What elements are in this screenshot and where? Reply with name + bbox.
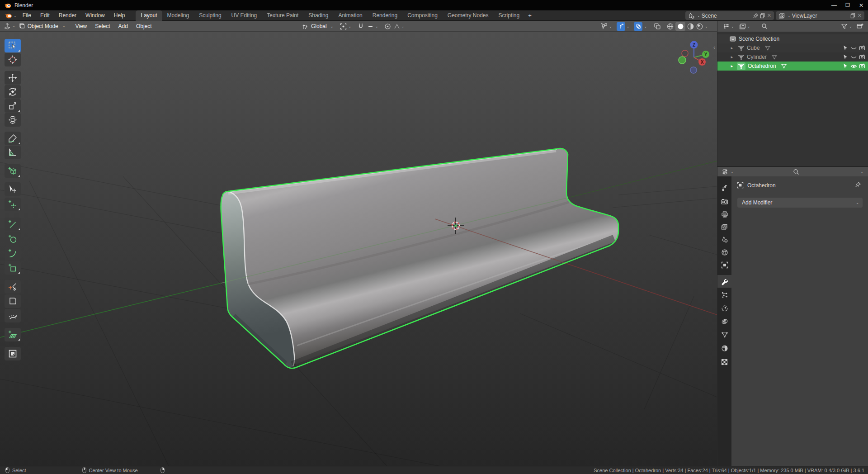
outliner-filter-view-icon[interactable] <box>739 23 746 30</box>
blender-menu-icon[interactable] <box>5 12 12 19</box>
tool-knife[interactable] <box>5 280 21 294</box>
add-workspace-button[interactable]: + <box>524 10 535 21</box>
tool-tweak[interactable] <box>5 182 21 196</box>
tab-output[interactable] <box>717 208 731 221</box>
outliner-row-cylinder[interactable]: ► Cylinder <box>717 52 868 62</box>
tool-mask-region[interactable] <box>5 347 21 360</box>
tab-uv-editing[interactable]: UV Editing <box>226 10 262 21</box>
menu-edit[interactable]: Edit <box>36 10 54 21</box>
pin-icon[interactable] <box>753 13 759 19</box>
panel-collapse-arrow[interactable]: ‹ <box>713 44 715 51</box>
remove-view-layer-icon[interactable]: ✕ <box>858 13 862 19</box>
tool-transform[interactable] <box>5 113 21 127</box>
editor-type-chevron[interactable]: ⌄ <box>12 24 15 28</box>
outliner-row-cube[interactable]: ► Cube <box>717 43 868 52</box>
menu-render[interactable]: Render <box>54 10 81 21</box>
tab-particles[interactable] <box>717 289 731 301</box>
tool-add-circle[interactable] <box>5 232 21 246</box>
outliner-filter-chevron[interactable]: ⌄ <box>849 24 852 28</box>
transform-orientation[interactable]: Global ⌄ ⌄ ⌄ ⌄ <box>302 21 406 32</box>
filter-view-chevron[interactable]: ⌄ <box>747 24 750 28</box>
maximize-button[interactable]: ❐ <box>841 0 854 10</box>
xray-toggle-icon[interactable] <box>654 23 661 30</box>
properties-options-chevron[interactable]: ⌄ <box>860 170 863 174</box>
expand-arrow-icon[interactable]: ► <box>730 64 734 68</box>
tab-layout[interactable]: Layout <box>136 10 162 21</box>
menu-window[interactable]: Window <box>81 10 109 21</box>
expand-arrow-icon[interactable]: ► <box>730 55 734 59</box>
new-collection-icon[interactable] <box>856 23 863 30</box>
snap-chevron[interactable]: ⌄ <box>348 24 351 28</box>
tool-annotate[interactable] <box>5 132 21 145</box>
scene-selector[interactable]: ⌄ Scene ✕ <box>685 11 774 20</box>
tab-material[interactable] <box>717 342 731 355</box>
show-gizmos-toggle[interactable] <box>617 22 625 31</box>
shading-material-icon[interactable] <box>687 23 694 30</box>
tab-texture[interactable] <box>717 356 731 368</box>
tool-measure[interactable] <box>5 146 21 159</box>
shading-solid-button[interactable] <box>675 22 685 31</box>
properties-editor-icon[interactable] <box>722 168 729 175</box>
editor-type-icon[interactable] <box>4 23 11 30</box>
gizmo-minus-x-axis[interactable] <box>682 50 688 57</box>
tool-rotate[interactable] <box>5 85 21 99</box>
show-gizmo-icon[interactable] <box>600 23 608 30</box>
proportional-edit-size-icon[interactable] <box>367 23 374 30</box>
tool-add-square[interactable] <box>5 261 21 275</box>
tool-add-arc[interactable] <box>5 246 21 260</box>
tab-texture-paint[interactable]: Texture Paint <box>262 10 303 21</box>
tab-object[interactable] <box>717 259 731 271</box>
tab-tool[interactable] <box>717 181 731 194</box>
outliner-row-scene-collection[interactable]: Scene Collection <box>717 34 868 43</box>
gizmos-chevron[interactable]: ⌄ <box>627 24 630 28</box>
mode-dropdown[interactable]: Object Mode ⌄ <box>19 23 67 29</box>
selectable-icon[interactable] <box>842 45 849 51</box>
tab-render[interactable] <box>717 195 731 208</box>
tool-poly-build[interactable] <box>5 294 21 308</box>
snap-options-chevron[interactable]: ⌄ <box>375 24 378 28</box>
tab-object-data[interactable] <box>717 328 731 341</box>
tab-modeling[interactable]: Modeling <box>162 10 194 21</box>
view-layer-selector[interactable]: ⌄ ViewLayer ✕ <box>776 11 864 20</box>
gizmo-chevron[interactable]: ⌄ <box>609 24 612 28</box>
disable-render-icon[interactable] <box>859 45 865 51</box>
gizmo-minus-y-axis[interactable] <box>679 57 686 64</box>
tab-modifiers[interactable] <box>717 275 731 288</box>
show-overlays-toggle[interactable] <box>634 22 642 31</box>
tool-select-box[interactable] <box>5 39 21 52</box>
properties-search-icon[interactable] <box>793 169 799 175</box>
navigation-gizmo[interactable]: Z Y X <box>679 41 709 74</box>
disable-render-icon[interactable] <box>859 54 865 60</box>
menu-select[interactable]: Select <box>91 23 114 29</box>
properties-editor-chevron[interactable]: ⌄ <box>731 170 734 174</box>
shading-rendered-icon[interactable] <box>696 23 703 30</box>
shading-chevron[interactable]: ⌄ <box>705 24 708 28</box>
overlays-chevron[interactable]: ⌄ <box>644 24 647 28</box>
hide-viewport-icon[interactable] <box>850 45 857 52</box>
unlink-scene-icon[interactable]: ✕ <box>767 13 771 19</box>
tool-spin[interactable] <box>5 309 21 322</box>
menu-file[interactable]: File <box>18 10 36 21</box>
tab-geometry-nodes[interactable]: Geometry Nodes <box>443 10 494 21</box>
tab-compositing[interactable]: Compositing <box>402 10 443 21</box>
copy-scene-icon[interactable] <box>760 13 765 19</box>
tool-move[interactable] <box>5 71 21 85</box>
falloff-icon[interactable] <box>394 23 400 29</box>
tab-view-layer[interactable] <box>717 221 731 233</box>
gizmo-minus-z-axis[interactable] <box>690 67 697 73</box>
minimize-button[interactable]: — <box>827 0 841 10</box>
blender-menu-chevron[interactable]: ⌄ <box>14 14 17 18</box>
tab-rendering[interactable]: Rendering <box>368 10 402 21</box>
hide-viewport-icon[interactable] <box>850 54 857 61</box>
snap-magnet-icon[interactable] <box>357 23 364 30</box>
tool-extrude-cursor[interactable] <box>5 198 21 211</box>
copy-view-layer-icon[interactable] <box>850 13 856 19</box>
close-button[interactable]: ✕ <box>854 0 868 10</box>
falloff-chevron[interactable]: ⌄ <box>401 24 405 28</box>
tab-animation[interactable]: Animation <box>333 10 367 21</box>
tab-constraints[interactable] <box>717 315 731 328</box>
selected-object-octahedron[interactable] <box>221 148 618 369</box>
tool-add-line[interactable] <box>5 218 21 231</box>
outliner-filter-icon[interactable] <box>841 23 848 30</box>
enable-render-icon[interactable] <box>859 63 865 69</box>
